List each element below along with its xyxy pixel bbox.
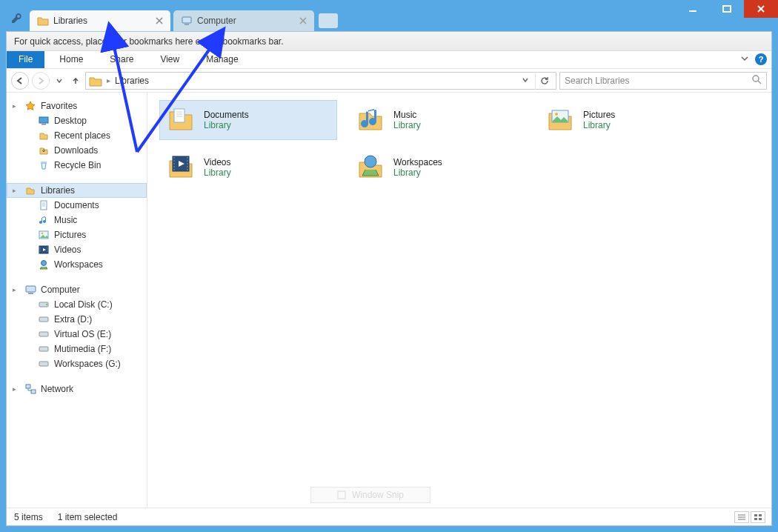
svg-rect-19 xyxy=(39,347,48,351)
address-bar: ▸ Libraries xyxy=(7,69,771,93)
up-button[interactable] xyxy=(69,72,82,90)
tab-label: Libraries xyxy=(53,16,87,26)
new-tab-button[interactable] xyxy=(319,13,338,28)
library-documents[interactable]: Documents Library xyxy=(159,100,337,140)
library-pictures[interactable]: Pictures Library xyxy=(539,100,717,140)
maximize-button[interactable] xyxy=(710,0,744,18)
tree-head-network[interactable]: ▸ Network xyxy=(7,382,147,396)
ribbon-tab-home[interactable]: Home xyxy=(47,51,95,68)
close-button[interactable] xyxy=(744,0,778,18)
svg-point-27 xyxy=(365,156,376,167)
search-icon xyxy=(751,74,762,87)
ribbon-tab-share[interactable]: Share xyxy=(98,51,145,68)
ribbon-tab-file[interactable]: File xyxy=(7,51,44,68)
svg-rect-6 xyxy=(41,124,46,125)
tree-label: Workspaces (G:) xyxy=(54,359,121,369)
svg-rect-20 xyxy=(39,362,48,366)
ribbon: File Home Share View Manage ? xyxy=(7,51,771,69)
tree-item-drive-f[interactable]: Mutimedia (F:) xyxy=(7,342,147,356)
svg-point-4 xyxy=(753,76,759,82)
view-details-button[interactable] xyxy=(734,511,749,523)
tree-group-network: ▸ Network xyxy=(7,382,147,396)
library-sublabel: Library xyxy=(204,120,249,130)
svg-rect-3 xyxy=(184,24,189,25)
tree-item-desktop[interactable]: Desktop xyxy=(7,113,147,128)
desktop-icon xyxy=(38,115,50,127)
tab-computer[interactable]: Computer xyxy=(173,10,314,31)
tree-item-recent[interactable]: Recent places xyxy=(7,128,147,143)
tree-label: Libraries xyxy=(41,185,75,196)
tree-label: Pictures xyxy=(54,230,86,240)
tree-label: Mutimedia (F:) xyxy=(54,344,111,354)
tree-head-favorites[interactable]: ▸ Favorites xyxy=(7,99,147,113)
tree-item-recycle[interactable]: Recycle Bin xyxy=(7,158,147,173)
browser-tab-strip: Libraries Computer xyxy=(0,6,778,31)
svg-rect-8 xyxy=(41,201,47,210)
refresh-button[interactable] xyxy=(535,72,553,90)
tab-close-icon[interactable] xyxy=(154,16,164,26)
search-box[interactable] xyxy=(559,72,767,90)
tab-libraries[interactable]: Libraries xyxy=(30,10,170,31)
ribbon-tab-view[interactable]: View xyxy=(148,51,191,68)
help-icon[interactable]: ? xyxy=(755,53,767,65)
tree-label: Extra (D:) xyxy=(54,314,92,325)
back-button[interactable] xyxy=(11,72,29,90)
tree-item-videos[interactable]: Videos xyxy=(7,242,147,257)
svg-point-12 xyxy=(41,261,47,266)
library-sublabel: Library xyxy=(583,120,615,130)
breadcrumb-separator-icon: ▸ xyxy=(105,76,112,84)
recycle-icon xyxy=(38,159,50,171)
tree-item-documents[interactable]: Documents xyxy=(7,198,147,213)
library-sublabel: Library xyxy=(393,120,421,130)
history-dropdown[interactable] xyxy=(53,72,66,90)
ribbon-tab-manage[interactable]: Manage xyxy=(194,51,250,68)
tree-head-libraries[interactable]: ▸ Libraries xyxy=(7,183,147,198)
computer-icon xyxy=(24,284,36,296)
star-icon xyxy=(24,100,36,112)
library-name: Workspaces xyxy=(393,157,442,167)
pictures-icon xyxy=(38,229,50,241)
caret-icon: ▸ xyxy=(13,286,20,293)
breadcrumb[interactable]: Libraries xyxy=(115,76,149,86)
chevron-down-icon[interactable] xyxy=(740,54,749,65)
svg-rect-31 xyxy=(754,518,757,520)
search-input[interactable] xyxy=(565,76,762,86)
tree-label: Favorites xyxy=(41,101,77,111)
breadcrumb-box[interactable]: ▸ Libraries xyxy=(85,72,556,90)
tree-item-pictures[interactable]: Pictures xyxy=(7,227,147,242)
drive-icon xyxy=(38,358,50,370)
minimize-button[interactable] xyxy=(676,0,710,18)
tree-group-libraries: ▸ Libraries Documents Music Pictur xyxy=(7,183,147,272)
libraries-icon xyxy=(89,74,102,87)
view-tiles-button[interactable] xyxy=(751,511,765,523)
ghost-label: Window Snip xyxy=(352,490,404,500)
explorer-body: ▸ Favorites Desktop Recent places xyxy=(7,93,771,508)
address-dropdown-icon[interactable] xyxy=(519,76,532,86)
tree-item-drive-e[interactable]: Virtual OS (E:) xyxy=(7,327,147,342)
tree-item-downloads[interactable]: Downloads xyxy=(7,143,147,158)
tab-close-icon[interactable] xyxy=(298,16,308,26)
library-workspaces[interactable]: Workspaces Library xyxy=(349,147,527,187)
tree-head-computer[interactable]: ▸ Computer xyxy=(7,282,147,297)
tree-item-workspaces[interactable]: Workspaces xyxy=(7,257,147,272)
tree-item-music[interactable]: Music xyxy=(7,213,147,227)
content-pane[interactable]: Documents Library Music Library xyxy=(147,93,771,508)
music-icon xyxy=(38,214,50,226)
drive-icon xyxy=(38,299,50,310)
svg-point-25 xyxy=(555,113,558,116)
library-name: Pictures xyxy=(583,110,615,120)
drive-icon xyxy=(38,343,50,355)
forward-button[interactable] xyxy=(32,72,50,90)
documents-icon xyxy=(38,199,50,211)
tree-item-drive-c[interactable]: Local Disk (C:) xyxy=(7,297,147,312)
bookmarks-bar[interactable]: For quick access, place your bookmarks h… xyxy=(7,32,771,51)
wrench-icon[interactable] xyxy=(6,6,27,31)
tree-item-drive-d[interactable]: Extra (D:) xyxy=(7,312,147,327)
music-library-icon xyxy=(355,104,386,136)
tree-item-drive-g[interactable]: Workspaces (G:) xyxy=(7,356,147,371)
library-videos[interactable]: Videos Library xyxy=(159,147,337,187)
svg-rect-1 xyxy=(723,6,731,12)
library-music[interactable]: Music Library xyxy=(349,100,527,140)
titlebar[interactable] xyxy=(0,0,778,6)
tree-group-computer: ▸ Computer Local Disk (C:) Extra (D:) xyxy=(7,282,147,371)
